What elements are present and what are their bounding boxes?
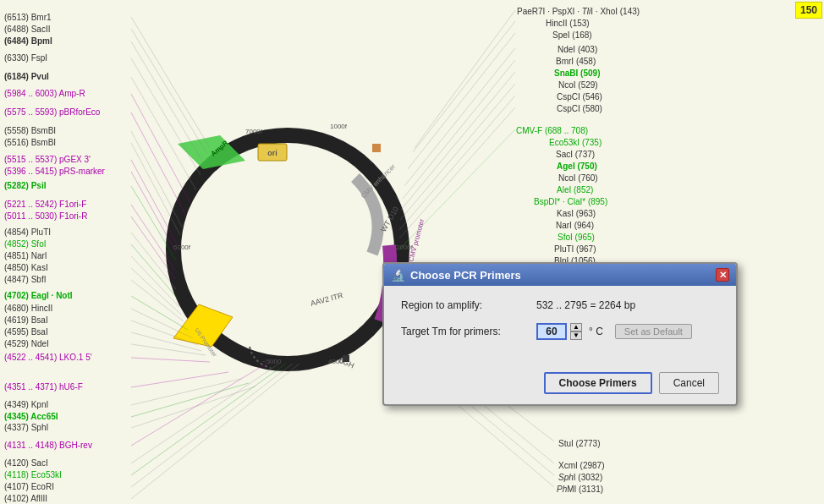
- set-default-button[interactable]: Set as Default: [615, 324, 692, 339]
- label-spei: SpeI (168): [552, 30, 592, 40]
- svg-text:AAV2 ITR: AAV2 ITR: [310, 291, 344, 308]
- label-kasi-963: KasI (963): [557, 209, 596, 218]
- svg-line-34: [131, 112, 186, 216]
- svg-line-18: [415, 10, 515, 148]
- label-4850-kasi: (4850) KasI: [4, 263, 48, 272]
- svg-line-24: [400, 84, 515, 220]
- svg-line-51: [131, 344, 206, 355]
- label-cmvf: CMV-F (688 .. 708): [516, 126, 588, 135]
- svg-line-21: [404, 48, 515, 186]
- label-alei: AleI (852): [557, 185, 593, 194]
- svg-point-0: [173, 135, 402, 364]
- label-eco53ki: Eco53kI (735): [549, 138, 602, 147]
- svg-rect-16: [372, 144, 381, 152]
- label-saci-737: SacI (737): [556, 150, 595, 159]
- svg-line-19: [413, 21, 515, 152]
- label-eagi-noti: (4702) EagI · NotI: [4, 291, 73, 300]
- svg-line-55: [131, 383, 249, 417]
- label-4851-nari: (4851) NarI: [4, 251, 47, 260]
- label-5516-bsmbi: (5516) BsmBI: [4, 138, 56, 147]
- svg-text:4000f: 4000f: [328, 358, 346, 365]
- svg-line-31: [131, 58, 201, 175]
- svg-text:2000f: 2000f: [396, 244, 414, 251]
- label-lko1-5: (4522 .. 4541) LKO.1 5': [4, 353, 92, 362]
- svg-line-44: [131, 256, 179, 307]
- svg-line-53: [131, 372, 228, 387]
- highlight-value: 150: [795, 2, 822, 19]
- svg-line-32: [131, 77, 196, 190]
- label-amp-r: (5984 .. 6003) Amp-R: [4, 89, 85, 98]
- svg-text:7000f: 7000f: [245, 128, 263, 135]
- svg-line-40: [131, 205, 175, 271]
- choose-primers-button[interactable]: Choose Primers: [544, 372, 652, 394]
- svg-line-54: [131, 379, 241, 405]
- svg-line-52: [131, 358, 210, 362]
- label-bspdi: BspDI* · ClaI* (895): [534, 197, 607, 206]
- cancel-button[interactable]: Cancel: [659, 372, 719, 394]
- label-prs-marker: (5396 .. 5415) pRS-marker: [4, 167, 105, 176]
- label-6184-pvui: (6184) PvuI: [4, 72, 49, 81]
- svg-line-37: [131, 160, 178, 245]
- label-ndei-403: NdeI (403): [558, 45, 597, 54]
- label-5282-psii: (5282) PsiI: [4, 181, 46, 190]
- tm-row: Target Tm for primers: ▲ ▼ ° C Set as De…: [401, 323, 719, 340]
- label-4345-acc65i: (4345) Acc65I: [4, 412, 58, 421]
- svg-line-38: [131, 172, 176, 252]
- spinner-up-button[interactable]: ▲: [570, 323, 582, 331]
- svg-text:CMV enhancer: CMV enhancer: [360, 162, 397, 200]
- dialog-titlebar: 🔬 Choose PCR Primers ✕: [384, 264, 736, 286]
- label-stui: StuI (2773): [558, 439, 600, 448]
- svg-text:bGH: bGH: [338, 356, 355, 370]
- label-xcmi: XcmI (2987): [558, 461, 604, 470]
- label-bgh-rev: (4131 .. 4148) BGH-rev: [4, 441, 92, 450]
- svg-line-22: [403, 60, 515, 199]
- label-sphi-3032: SphI (3032): [558, 473, 602, 482]
- label-4337-sphi: (4337) SphI: [4, 423, 48, 432]
- dialog-title-icon: 🔬: [391, 268, 405, 282]
- label-ncoi-760: NcoI (760): [558, 173, 598, 183]
- label-4619-bsai: (4619) BsaI: [4, 315, 48, 325]
- label-6488-sacii: (6488) SacII: [4, 25, 50, 34]
- dialog-close-button[interactable]: ✕: [716, 268, 729, 282]
- svg-line-25: [399, 96, 515, 230]
- label-4118-eco53ki: (4118) Eco53kI: [4, 470, 62, 479]
- label-4852-sfoi: (4852) SfoI: [4, 239, 46, 249]
- label-4529-ndei: (4529) NdeI: [4, 339, 49, 348]
- label-cspci-580: CspCI (580): [557, 104, 602, 113]
- svg-line-26: [399, 107, 515, 238]
- tm-input[interactable]: [536, 323, 567, 340]
- label-pbrforeco: (5575 .. 5593) pBRforEco: [4, 107, 100, 117]
- svg-line-48: [131, 309, 193, 338]
- svg-line-59: [131, 364, 286, 475]
- label-hincii-153: HincII (153): [546, 19, 590, 28]
- region-row: Region to amplify: 532 .. 2795 = 2264 bp: [401, 299, 719, 311]
- svg-text:ori: ori: [267, 149, 277, 157]
- label-4680-hincii: (4680) HincII: [4, 304, 52, 313]
- label-4120-saci: (4120) SacI: [4, 458, 48, 468]
- svg-line-39: [131, 186, 176, 260]
- label-snabi: SnaBI (509): [554, 68, 600, 78]
- svg-text:1000f: 1000f: [330, 123, 348, 130]
- label-5558-bsmbi: (5558) BsmBI: [4, 126, 56, 135]
- spinner-down-button[interactable]: ▼: [570, 331, 582, 340]
- dialog-body: Region to amplify: 532 .. 2795 = 2264 bp…: [384, 286, 736, 365]
- tm-unit: ° C: [589, 326, 603, 337]
- svg-line-27: [399, 129, 515, 249]
- tm-label: Target Tm for primers:: [401, 326, 536, 337]
- svg-text:~5000: ~5000: [262, 358, 282, 365]
- svg-text:AmpR: AmpR: [210, 139, 230, 157]
- svg-line-43: [131, 244, 178, 299]
- svg-rect-1: [258, 144, 287, 161]
- region-label: Region to amplify:: [401, 299, 536, 311]
- svg-line-56: [131, 386, 255, 428]
- map-svg: ori AAV2 ITR bGH WT D10 CMV promoter CMV…: [0, 0, 824, 504]
- svg-text:6000f: 6000f: [173, 244, 191, 251]
- svg-line-20: [408, 33, 515, 169]
- dialog-title-left: 🔬 Choose PCR Primers: [391, 268, 521, 282]
- svg-line-36: [131, 143, 180, 235]
- svg-line-57: [131, 362, 269, 446]
- svg-text:WT D10: WT D10: [379, 205, 400, 233]
- svg-line-23: [401, 72, 515, 210]
- svg-line-60: [131, 364, 293, 487]
- label-4847-sbfi: (4847) SbfI: [4, 275, 46, 284]
